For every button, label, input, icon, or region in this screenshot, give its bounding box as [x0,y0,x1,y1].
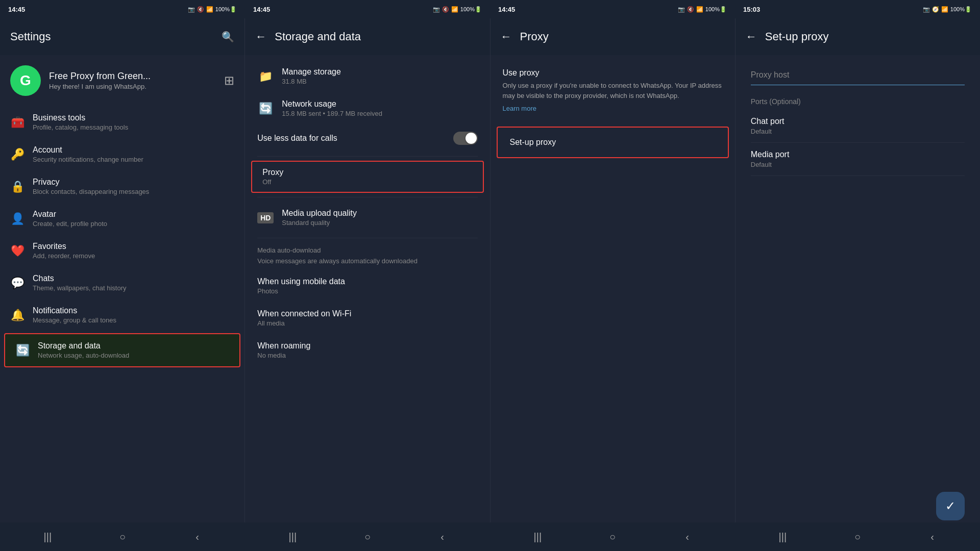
status-bar-3: 14:45 📷 🔇 📶 100%🔋 [490,0,735,18]
media-upload-item[interactable]: HD Media upload quality Standard quality [245,202,489,234]
privacy-sub: Block contacts, disappearing messages [33,188,149,195]
account-icon: 🔑 [10,148,24,161]
setup-proxy-back-button[interactable]: ← [746,30,757,43]
home-button-1[interactable]: ○ [113,528,132,546]
qr-icon[interactable]: ⊞ [224,73,234,88]
chats-icon: 💬 [10,277,24,290]
settings-title: Settings [10,30,213,43]
status-bar-2: 14:45 📷 🔇 📶 100%🔋 [245,0,490,18]
avatar-icon: 👤 [10,212,24,226]
menu-button-2[interactable]: ||| [283,528,302,546]
sidebar-item-notifications[interactable]: 🔔 Notifications Message, group & call to… [0,299,244,331]
roaming-label: When roaming [257,341,310,350]
sidebar-item-avatar[interactable]: 👤 Avatar Create, edit, profile photo [0,203,244,235]
sidebar-item-favorites[interactable]: ❤️ Favorites Add, reorder, remove [0,235,244,267]
back-button-2[interactable]: ‹ [433,528,452,546]
proxy-sub: Off [262,178,283,186]
storage-back-button[interactable]: ← [255,30,266,43]
proxy-item[interactable]: Proxy Off [251,161,483,193]
home-button-2[interactable]: ○ [358,528,377,546]
business-tools-label: Business tools [33,113,128,122]
back-button-1[interactable]: ‹ [188,528,207,546]
sidebar-item-business-tools[interactable]: 🧰 Business tools Profile, catalog, messa… [0,106,244,138]
learn-more-link[interactable]: Learn more [503,105,723,112]
camera-icon-4: 📷 [923,6,930,13]
wifi-item[interactable]: When connected on Wi-Fi All media [245,302,489,334]
network-usage-item[interactable]: 🔄 Network usage 15.8 MB sent • 189.7 MB … [245,92,489,124]
privacy-label: Privacy [33,178,149,187]
settings-header: Settings 🔍 [0,18,244,55]
storage-sub: Network usage, auto-download [38,352,129,359]
favorites-label: Favorites [33,242,95,251]
profile-info: Free Proxy from Green... Hey there! I am… [49,71,151,90]
business-tools-sub: Profile, catalog, messaging tools [33,123,128,131]
manage-storage-item[interactable]: 📁 Manage storage 31.8 MB [245,60,489,92]
toggle-knob [465,133,477,144]
roaming-item[interactable]: When roaming No media [245,334,489,366]
main-area: Settings 🔍 G Free Proxy from Green... He… [0,18,980,522]
camera-icon: 📷 [188,6,195,13]
account-label: Account [33,145,143,155]
chat-port-sub: Default [751,128,965,135]
time-2: 14:45 [253,6,270,13]
confirm-button[interactable]: ✓ [936,492,965,520]
sidebar-item-privacy[interactable]: 🔒 Privacy Block contacts, disappearing m… [0,170,244,203]
battery-3: 100%🔋 [705,6,727,13]
sidebar-item-storage-data[interactable]: 🔄 Storage and data Network usage, auto-d… [4,333,240,367]
roaming-sub: No media [257,352,310,359]
proxy-content: Use proxy Only use a proxy if you're una… [491,55,735,522]
mobile-data-label: When using mobile data [257,277,345,286]
mobile-data-item[interactable]: When using mobile data Photos [245,270,489,302]
mobile-data-sub: Photos [257,287,345,295]
sidebar-item-account[interactable]: 🔑 Account Security notifications, change… [0,138,244,170]
menu-button-1[interactable]: ||| [38,528,57,546]
menu-button-4[interactable]: ||| [773,528,792,546]
avatar-sub: Create, edit, profile photo [33,220,107,228]
mute-icon-2: 🔇 [442,6,449,13]
battery-1: 100%🔋 [215,6,237,13]
wifi-icon-2: 📶 [451,6,458,13]
ports-section-label: Ports (Optional) [751,97,965,106]
storage-title: Storage and data [275,30,479,43]
wifi-icon-3: 📶 [696,6,703,13]
home-button-3[interactable]: ○ [603,528,622,546]
proxy-back-button[interactable]: ← [501,30,512,43]
search-icon[interactable]: 🔍 [222,31,234,43]
proxy-header: ← Proxy [491,18,735,55]
notifications-sub: Message, group & call tones [33,316,116,324]
network-icon: 🔄 [257,102,274,115]
nav-bar-4: ||| ○ ‹ [735,522,980,551]
camera-icon-2: 📷 [433,6,440,13]
back-button-3[interactable]: ‹ [678,528,697,546]
setup-proxy-header: ← Set-up proxy [736,18,980,55]
chats-sub: Theme, wallpapers, chat history [33,284,127,292]
storage-panel: ← Storage and data 📁 Manage storage 31.8… [245,18,490,522]
setup-proxy-button[interactable]: Set-up proxy [497,127,729,158]
media-port-label: Media port [751,150,965,159]
home-button-4[interactable]: ○ [848,528,867,546]
toggle-calls-label: Use less data for calls [257,134,337,143]
auto-download-note: Voice messages are always automatically … [245,256,489,270]
less-data-toggle[interactable] [453,132,478,145]
icons-1: 📷 🔇 📶 100%🔋 [188,6,237,13]
profile-name: Free Proxy from Green... [49,71,151,82]
chat-port-item[interactable]: Chat port Default [751,110,965,143]
time-4: 15:03 [743,6,760,13]
media-port-item[interactable]: Media port Default [751,143,965,176]
status-bars-row: 14:45 📷 🔇 📶 100%🔋 14:45 📷 🔇 📶 100%🔋 14:4… [0,0,980,18]
proxy-host-input[interactable] [751,65,965,85]
storage-icon: 🔄 [15,344,30,357]
setup-proxy-label: Set-up proxy [510,138,716,147]
use-proxy-title: Use proxy [503,68,723,78]
proxy-title: Proxy [520,30,725,43]
mute-icon: 🔇 [197,6,204,13]
nav-bar-3: ||| ○ ‹ [490,522,735,551]
back-button-4[interactable]: ‹ [923,528,942,546]
menu-button-3[interactable]: ||| [528,528,547,546]
divider-3 [257,238,477,238]
divider-1 [257,156,477,157]
privacy-icon: 🔒 [10,180,24,193]
account-sub: Security notifications, change number [33,156,143,163]
sidebar-item-chats[interactable]: 💬 Chats Theme, wallpapers, chat history [0,267,244,299]
folder-icon: 📁 [257,70,274,83]
